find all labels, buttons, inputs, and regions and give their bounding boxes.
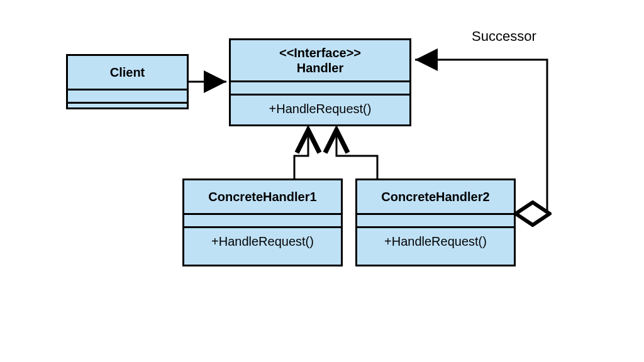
class-operation: +HandleRequest()	[357, 228, 514, 255]
class-attributes-compartment	[184, 215, 341, 228]
class-attributes-compartment	[68, 90, 187, 104]
class-operation: +HandleRequest()	[184, 228, 341, 255]
realize-concrete1-to-handler	[294, 130, 308, 178]
uml-class-concrete-handler-2: ConcreteHandler2 +HandleRequest()	[355, 178, 516, 266]
uml-class-client: Client	[66, 54, 189, 109]
class-operations-compartment	[68, 104, 187, 107]
class-stereotype: <<Interface>>	[279, 46, 361, 60]
uml-class-handler: <<Interface>> Handler +HandleRequest()	[229, 38, 411, 126]
realize-concrete2-to-handler	[336, 130, 377, 178]
class-name: Handler	[297, 61, 343, 75]
class-name: ConcreteHandler1	[184, 180, 341, 215]
class-operation: +HandleRequest()	[231, 96, 409, 123]
uml-class-concrete-handler-1: ConcreteHandler1 +HandleRequest()	[182, 178, 343, 266]
class-attributes-compartment	[357, 215, 514, 228]
class-name: ConcreteHandler2	[357, 180, 514, 215]
class-attributes-compartment	[231, 82, 409, 96]
class-name: Client	[68, 56, 187, 90]
class-header: <<Interface>> Handler	[231, 40, 409, 82]
association-label-successor: Successor	[472, 28, 536, 45]
